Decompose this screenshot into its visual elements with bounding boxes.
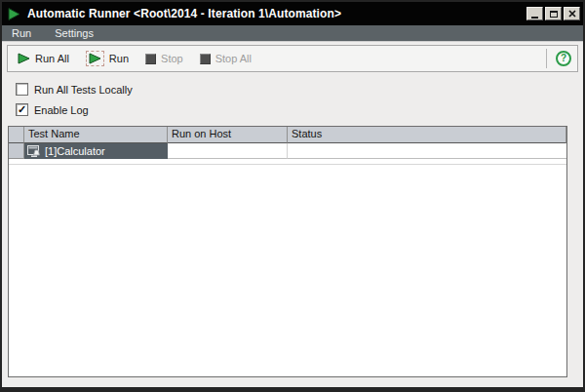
help-button[interactable]: ? bbox=[556, 51, 571, 66]
enable-log-label: Enable Log bbox=[34, 104, 89, 116]
column-header-test-name[interactable]: Test Name bbox=[24, 127, 168, 143]
test-name-text: [1]Calculator bbox=[45, 145, 105, 157]
window-title: Automatic Runner <Root\2014 - Iteration … bbox=[27, 7, 525, 20]
close-icon bbox=[568, 10, 576, 18]
automatic-runner-window: Automatic Runner <Root\2014 - Iteration … bbox=[0, 0, 585, 392]
maximize-icon bbox=[550, 11, 558, 18]
stop-icon bbox=[145, 54, 156, 64]
test-icon bbox=[27, 145, 42, 158]
column-header-status[interactable]: Status bbox=[288, 127, 566, 143]
run-all-tests-locally-option[interactable]: Run All Tests Locally bbox=[16, 83, 578, 96]
run-all-tests-locally-label: Run All Tests Locally bbox=[34, 84, 133, 96]
maximize-button[interactable] bbox=[545, 7, 562, 20]
row-selector-cell[interactable] bbox=[9, 143, 24, 159]
table-row[interactable]: [1]Calculator bbox=[9, 143, 566, 159]
run-button[interactable]: Run bbox=[86, 51, 129, 66]
run-on-host-cell[interactable] bbox=[168, 143, 288, 159]
play-icon bbox=[18, 53, 30, 64]
stop-button[interactable]: Stop bbox=[145, 53, 183, 64]
status-cell[interactable] bbox=[288, 143, 566, 159]
stop-all-label: Stop All bbox=[215, 53, 252, 64]
toolbar-divider bbox=[546, 49, 547, 68]
stop-label: Stop bbox=[161, 53, 183, 64]
grid-empty-stub-row bbox=[9, 159, 566, 165]
stop-icon bbox=[200, 54, 211, 64]
menu-bar: Run Settings bbox=[2, 25, 583, 42]
toolbar: Run All Run Stop Stop All ? bbox=[7, 45, 578, 72]
test-grid: Test Name Run on Host Status [1]Calculat… bbox=[8, 126, 567, 377]
play-icon bbox=[7, 6, 22, 21]
minimize-button[interactable] bbox=[526, 7, 543, 20]
column-header-run-on-host[interactable]: Run on Host bbox=[168, 127, 288, 143]
enable-log-checkbox[interactable]: ✓ bbox=[16, 103, 28, 116]
grid-header-row: Test Name Run on Host Status bbox=[9, 127, 566, 143]
content-area: Run All Run Stop Stop All ? bbox=[2, 42, 583, 387]
play-selected-icon bbox=[86, 51, 104, 66]
menu-run[interactable]: Run bbox=[9, 27, 34, 39]
run-all-button[interactable]: Run All bbox=[18, 53, 69, 64]
title-bar: Automatic Runner <Root\2014 - Iteration … bbox=[2, 2, 583, 25]
help-icon: ? bbox=[561, 54, 566, 63]
row-selector-header bbox=[9, 127, 24, 143]
close-button[interactable] bbox=[564, 7, 580, 20]
stop-all-button[interactable]: Stop All bbox=[200, 53, 252, 64]
run-all-label: Run All bbox=[35, 53, 69, 64]
run-all-tests-locally-checkbox[interactable] bbox=[16, 83, 28, 96]
menu-settings[interactable]: Settings bbox=[52, 27, 97, 39]
minimize-icon bbox=[531, 17, 538, 19]
toolbar-right: ? bbox=[546, 49, 571, 68]
run-label: Run bbox=[109, 53, 129, 64]
enable-log-option[interactable]: ✓ Enable Log bbox=[16, 103, 578, 116]
test-name-cell[interactable]: [1]Calculator bbox=[24, 143, 168, 159]
